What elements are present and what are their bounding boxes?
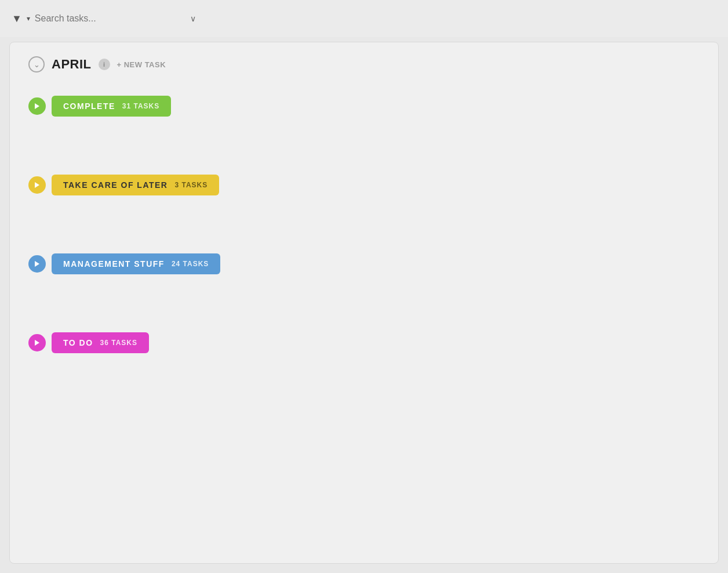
task-group-row-take-care-of-later: TAKE CARE OF LATER3 TASKS: [28, 175, 700, 195]
collapse-button[interactable]: ⌄: [28, 56, 45, 72]
chevron-down-icon: ⌄: [34, 60, 40, 69]
group-label-take-care-of-later[interactable]: TAKE CARE OF LATER3 TASKS: [52, 175, 219, 195]
group-label-to-do[interactable]: TO DO36 TASKS: [52, 332, 149, 353]
filter-dropdown-icon[interactable]: ▾: [27, 14, 30, 23]
group-label-count-take-care-of-later: 3 TASKS: [174, 181, 208, 189]
main-container: ⌄ APRIL i + NEW TASK COMPLETE31 TASKSTAK…: [9, 42, 719, 564]
group-label-count-management-stuff: 24 TASKS: [172, 260, 209, 268]
expand-button-take-care-of-later[interactable]: [28, 176, 46, 194]
group-label-count-complete: 31 TASKS: [122, 102, 159, 110]
chevron-right-icon: [35, 340, 39, 346]
new-task-button[interactable]: + NEW TASK: [117, 60, 166, 69]
group-label-management-stuff[interactable]: MANAGEMENT STUFF24 TASKS: [52, 253, 220, 274]
section-header: ⌄ APRIL i + NEW TASK: [28, 56, 700, 72]
group-label-complete[interactable]: COMPLETE31 TASKS: [52, 96, 171, 117]
chevron-right-icon: [35, 103, 39, 109]
section-title: APRIL: [52, 57, 92, 72]
task-group-row-complete: COMPLETE31 TASKS: [28, 96, 700, 117]
task-groups: COMPLETE31 TASKSTAKE CARE OF LATER3 TASK…: [28, 96, 700, 376]
task-group-row-management-stuff: MANAGEMENT STUFF24 TASKS: [28, 253, 700, 274]
expand-button-complete[interactable]: [28, 97, 46, 115]
group-label-text-to-do: TO DO: [63, 338, 93, 347]
task-group-row-to-do: TO DO36 TASKS: [28, 332, 700, 353]
info-icon[interactable]: i: [99, 59, 110, 70]
expand-button-management-stuff[interactable]: [28, 255, 46, 273]
filter-icon[interactable]: ▼: [12, 13, 22, 25]
group-label-text-take-care-of-later: TAKE CARE OF LATER: [63, 180, 168, 190]
top-bar: ▼ ▾ ∨: [0, 0, 728, 37]
search-dropdown-icon[interactable]: ∨: [190, 14, 196, 23]
chevron-right-icon: [35, 182, 39, 188]
group-label-text-complete: COMPLETE: [63, 101, 115, 111]
expand-button-to-do[interactable]: [28, 334, 46, 351]
group-label-count-to-do: 36 TASKS: [100, 339, 137, 347]
search-wrapper: ∨: [35, 13, 267, 24]
group-label-text-management-stuff: MANAGEMENT STUFF: [63, 259, 165, 269]
chevron-right-icon: [35, 261, 39, 267]
search-input[interactable]: [35, 13, 185, 24]
